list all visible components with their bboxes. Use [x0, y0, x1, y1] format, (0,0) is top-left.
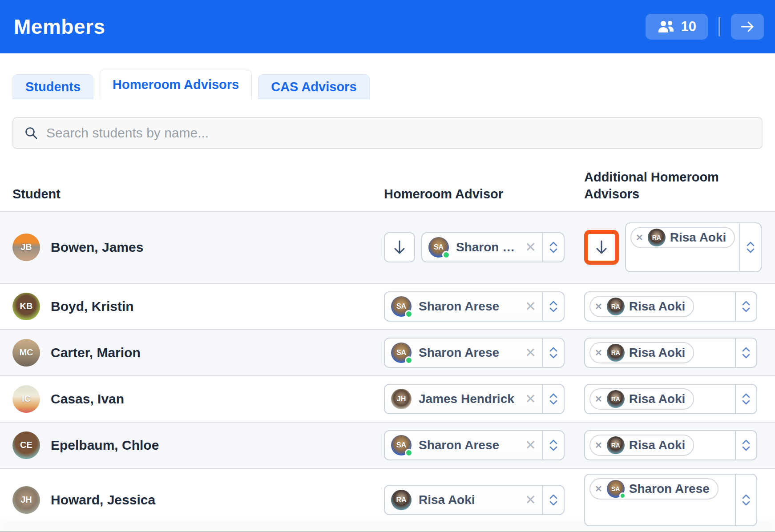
chevron-up-icon — [746, 241, 755, 246]
advisor-avatar: RA — [391, 490, 412, 510]
select-spinner[interactable] — [542, 431, 564, 459]
homeroom-advisor-select[interactable]: SA Sharon Arese ✕ — [384, 430, 565, 460]
student-avatar: KB — [12, 293, 40, 320]
chevron-up-icon — [549, 393, 558, 398]
select-spinner[interactable] — [542, 233, 564, 262]
arrow-down-icon — [594, 239, 609, 255]
student-name: Howard, Jessica — [51, 492, 155, 508]
column-header-additional: Additional Homeroom Advisors — [584, 169, 731, 203]
chevron-up-icon — [549, 347, 558, 352]
student-avatar: JB — [12, 234, 40, 261]
chevron-down-icon — [742, 400, 751, 405]
student-avatar: IC — [12, 385, 40, 413]
homeroom-advisor-select[interactable]: SA Sharon … ✕ — [421, 232, 565, 262]
chevron-down-icon — [742, 354, 751, 359]
advisor-avatar: SA — [391, 296, 412, 317]
page-header: Members 10 — [0, 0, 775, 53]
select-spinner[interactable] — [542, 292, 564, 321]
clear-selection-icon[interactable]: ✕ — [519, 345, 542, 360]
advisor-chip: ✕ SA Sharon Arese — [589, 478, 718, 500]
student-name: Epelbaum, Chloe — [51, 438, 159, 453]
table-header: Student Homeroom Advisor Additional Home… — [0, 149, 775, 212]
chip-advisor-name: Risa Aoki — [629, 392, 686, 406]
column-header-homeroom: Homeroom Advisor — [384, 185, 584, 202]
selected-advisor-name: Sharon Arese — [419, 346, 519, 360]
clear-selection-icon[interactable]: ✕ — [519, 492, 542, 508]
clear-selection-icon[interactable]: ✕ — [519, 437, 542, 453]
chevron-down-icon — [746, 248, 755, 254]
select-spinner[interactable] — [739, 223, 761, 271]
homeroom-advisor-select[interactable]: SA Sharon Arese ✕ — [384, 338, 565, 368]
clear-selection-icon[interactable]: ✕ — [519, 298, 542, 314]
select-spinner[interactable] — [735, 292, 756, 321]
select-spinner[interactable] — [735, 339, 756, 367]
remove-advisor-icon[interactable]: ✕ — [595, 484, 602, 494]
chip-advisor-name: Sharon Arese — [629, 482, 710, 496]
assign-advisor-button[interactable] — [384, 232, 415, 262]
advisor-avatar: RA — [607, 390, 625, 408]
homeroom-advisor-select[interactable]: RA Risa Aoki ✕ — [384, 485, 565, 515]
selected-advisor-name: James Hendrick — [419, 392, 519, 406]
assign-additional-advisor-button[interactable] — [584, 230, 619, 265]
select-spinner[interactable] — [542, 486, 564, 514]
additional-advisors-select[interactable]: ✕ RA Risa Aoki — [584, 338, 757, 368]
advisor-avatar: SA — [391, 343, 412, 363]
clear-selection-icon[interactable]: ✕ — [519, 239, 542, 255]
tab-students[interactable]: Students — [12, 74, 93, 99]
remove-advisor-icon[interactable]: ✕ — [595, 394, 602, 404]
advisor-avatar: RA — [607, 298, 625, 315]
select-spinner[interactable] — [735, 475, 756, 525]
page-title: Members — [14, 15, 105, 39]
student-name: Bowen, James — [51, 240, 143, 255]
homeroom-advisor-select[interactable]: SA Sharon Arese ✕ — [384, 291, 565, 322]
additional-advisors-select[interactable]: ✕ RA Risa Aoki — [584, 430, 757, 460]
remove-advisor-icon[interactable]: ✕ — [595, 347, 602, 358]
student-avatar: MC — [12, 339, 40, 367]
chevron-down-icon — [549, 501, 558, 506]
student-name: Casas, Ivan — [51, 391, 124, 407]
people-icon — [657, 20, 675, 33]
clear-selection-icon[interactable]: ✕ — [519, 391, 542, 407]
chevron-up-icon — [549, 241, 558, 246]
search-input[interactable] — [46, 125, 751, 141]
arrow-right-icon — [740, 20, 755, 33]
remove-advisor-icon[interactable]: ✕ — [595, 440, 602, 451]
chevron-down-icon — [742, 446, 751, 451]
student-name: Boyd, Kristin — [51, 299, 134, 314]
advisor-avatar: RA — [607, 436, 625, 454]
chevron-down-icon — [549, 446, 558, 451]
homeroom-advisor-select[interactable]: JH James Hendrick ✕ — [384, 384, 565, 414]
member-count-button[interactable]: 10 — [646, 14, 708, 40]
column-header-student: Student — [0, 185, 384, 202]
table-row: CE Epelbaum, Chloe SA Sharon Arese ✕ — [0, 422, 775, 468]
select-spinner[interactable] — [735, 385, 756, 413]
next-page-button[interactable] — [731, 14, 764, 40]
selected-advisor-name: Risa Aoki — [419, 493, 519, 507]
select-spinner[interactable] — [735, 431, 756, 459]
advisor-chip: ✕ RA Risa Aoki — [589, 296, 694, 317]
chip-advisor-name: Risa Aoki — [629, 346, 686, 360]
additional-advisors-select[interactable]: ✕ RA Risa Aoki — [584, 291, 757, 322]
search-icon — [24, 126, 38, 140]
advisor-avatar: SA — [607, 480, 625, 498]
chevron-up-icon — [549, 300, 558, 306]
tab-cas-advisors[interactable]: CAS Advisors — [258, 74, 369, 99]
chip-advisor-name: Risa Aoki — [629, 299, 686, 314]
remove-advisor-icon[interactable]: ✕ — [595, 301, 602, 312]
remove-advisor-icon[interactable]: ✕ — [636, 232, 643, 243]
advisor-avatar: SA — [391, 435, 412, 455]
selected-advisor-name: Sharon … — [456, 240, 519, 254]
tab-homeroom-advisors[interactable]: Homeroom Advisors — [100, 70, 252, 99]
table-row: JB Bowen, James SA Sharon … ✕ — [0, 212, 775, 283]
advisor-chip: ✕ RA Risa Aoki — [589, 388, 694, 410]
additional-advisors-select[interactable]: ✕ RA Risa Aoki — [584, 384, 757, 414]
online-status-dot — [405, 356, 413, 364]
select-spinner[interactable] — [542, 339, 564, 367]
additional-advisors-select[interactable]: ✕ RA Risa Aoki — [625, 222, 762, 272]
select-spinner[interactable] — [542, 385, 564, 413]
advisor-avatar: JH — [391, 389, 412, 409]
additional-advisors-select[interactable]: ✕ SA Sharon Arese — [584, 474, 757, 526]
chevron-up-icon — [742, 347, 751, 352]
table-body: JB Bowen, James SA Sharon … ✕ — [0, 212, 775, 531]
chevron-down-icon — [742, 307, 751, 313]
